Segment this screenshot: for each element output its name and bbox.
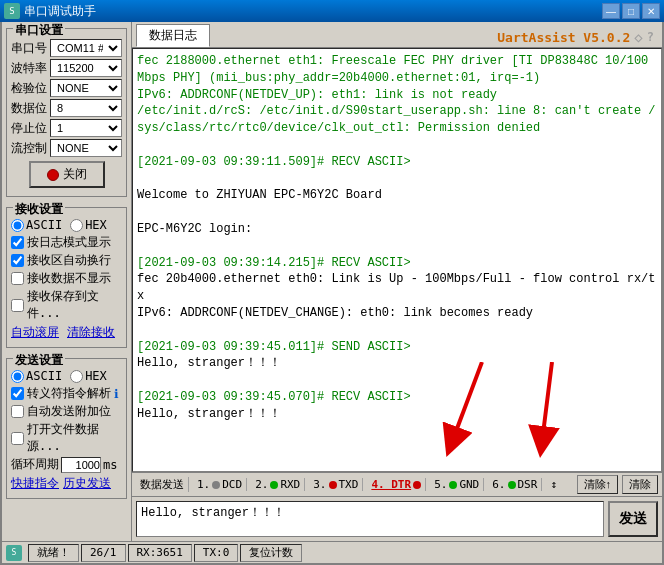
indicator-bar: 数据发送 1. DCD 2. RXD 3. TXD xyxy=(132,472,662,497)
loop-label: 循环周期 xyxy=(11,456,59,473)
loop-interval-input[interactable] xyxy=(61,457,101,473)
port-select[interactable]: COM11 #Si xyxy=(50,39,122,57)
send-format-row: ASCII HEX xyxy=(11,369,122,383)
escape-cmd-checkbox[interactable]: 转义符指令解析 ℹ xyxy=(11,385,122,402)
content-area: 串口设置 串口号 COM11 #Si 波特率 115200 xyxy=(2,22,662,541)
log-container: fec 2188000.ethernet eth1: Freescale FEC… xyxy=(132,48,662,472)
dtr-indicator[interactable]: 4. DTR xyxy=(367,478,426,491)
auto-append-checkbox[interactable]: 自动发送附加位 xyxy=(11,403,122,420)
serial-section-title: 串口设置 xyxy=(13,22,65,39)
close-button[interactable]: ✕ xyxy=(642,3,660,19)
flowctrl-label: 流控制 xyxy=(11,140,47,157)
title-bar: S 串口调试助手 — □ ✕ xyxy=(0,0,664,22)
history-send-link[interactable]: 历史发送 xyxy=(63,475,111,492)
auto-newline-checkbox[interactable]: 接收区自动换行 xyxy=(11,252,122,269)
loop-interval-row: 循环周期 ms xyxy=(11,456,122,473)
shortcut-links-row: 快捷指令 历史发送 xyxy=(11,475,122,492)
send-ascii-option[interactable]: ASCII xyxy=(11,369,62,383)
receive-section-title: 接收设置 xyxy=(13,201,65,218)
gnd-dot xyxy=(449,481,457,489)
send-section-title: 发送设置 xyxy=(13,352,65,369)
stopbits-label: 停止位 xyxy=(11,120,47,137)
log-mode-checkbox[interactable]: 按日志模式显示 xyxy=(11,234,122,251)
status-icon: S xyxy=(6,545,22,561)
port-label: 串口号 xyxy=(11,40,47,57)
parity-row: 检验位 NONE xyxy=(11,79,122,97)
send-data-tab[interactable]: 数据发送 xyxy=(136,477,189,492)
left-panel: 串口设置 串口号 COM11 #Si 波特率 115200 xyxy=(2,22,132,541)
close-port-button[interactable]: 关闭 xyxy=(29,161,105,188)
reset-count[interactable]: 复位计数 xyxy=(240,544,302,562)
rxd-indicator[interactable]: 2. RXD xyxy=(251,478,305,491)
serial-settings-group: 串口设置 串口号 COM11 #Si 波特率 115200 xyxy=(6,28,127,197)
parity-select[interactable]: NONE xyxy=(50,79,122,97)
clear-up-button[interactable]: 清除↑ xyxy=(577,475,619,494)
recv-hex-option[interactable]: HEX xyxy=(70,218,107,232)
right-panel: 数据日志 UartAssist V5.0.2 ◇ ? fec 2188000.e… xyxy=(132,22,662,541)
dcd-indicator[interactable]: 1. DCD xyxy=(193,478,247,491)
send-button[interactable]: 发送 xyxy=(608,501,658,537)
red-indicator xyxy=(47,169,59,181)
databits-label: 数据位 xyxy=(11,100,47,117)
databits-row: 数据位 8 xyxy=(11,99,122,117)
question-icon[interactable]: ? xyxy=(647,30,654,44)
hide-recv-checkbox[interactable]: 接收数据不显示 xyxy=(11,270,122,287)
flowctrl-row: 流控制 NONE xyxy=(11,139,122,157)
receive-format-row: ASCII HEX xyxy=(11,218,122,232)
baud-select[interactable]: 115200 xyxy=(50,59,122,77)
escape-info-icon[interactable]: ℹ xyxy=(114,387,119,401)
send-input[interactable]: Hello, stranger！！！ xyxy=(136,501,604,537)
status-bar: S 就绪！ 26/1 RX:3651 TX:0 复位计数 xyxy=(2,541,662,563)
send-settings-group: 发送设置 ASCII HEX 转义符指令解析 ℹ 自动发 xyxy=(6,358,127,499)
diamond-icon: ◇ xyxy=(634,29,642,45)
tab-bar: 数据日志 UartAssist V5.0.2 ◇ ? xyxy=(132,22,662,48)
clear-button[interactable]: 清除 xyxy=(622,475,658,494)
parity-label: 检验位 xyxy=(11,80,47,97)
main-window: 串口设置 串口号 COM11 #Si 波特率 115200 xyxy=(0,22,664,565)
loop-unit: ms xyxy=(103,458,117,472)
log-area[interactable]: fec 2188000.ethernet eth1: Freescale FEC… xyxy=(132,48,662,472)
port-row: 串口号 COM11 #Si xyxy=(11,39,122,57)
auto-scroll-link[interactable]: 自动滚屏 xyxy=(11,324,59,341)
quick-cmd-link[interactable]: 快捷指令 xyxy=(11,475,59,492)
cursor-position: 26/1 xyxy=(81,544,126,562)
close-port-label: 关闭 xyxy=(63,166,87,183)
gnd-indicator[interactable]: 5. GND xyxy=(430,478,484,491)
version-info: UartAssist V5.0.2 ◇ ? xyxy=(493,27,658,47)
baud-label: 波特率 xyxy=(11,60,47,77)
recv-ascii-option[interactable]: ASCII xyxy=(11,218,62,232)
dsr-dot xyxy=(508,481,516,489)
minimize-button[interactable]: — xyxy=(602,3,620,19)
txd-dot xyxy=(329,481,337,489)
ready-status: 就绪！ xyxy=(28,544,79,562)
flowctrl-select[interactable]: NONE xyxy=(50,139,122,157)
dcd-dot xyxy=(212,481,220,489)
title-bar-buttons: — □ ✕ xyxy=(602,3,660,19)
title-bar-left: S 串口调试助手 xyxy=(4,3,96,20)
dsr-indicator[interactable]: 6. DSR xyxy=(488,478,542,491)
databits-select[interactable]: 8 xyxy=(50,99,122,117)
txd-indicator[interactable]: 3. TXD xyxy=(309,478,363,491)
tab-data-log[interactable]: 数据日志 xyxy=(136,24,210,47)
stopbits-select[interactable]: 1 xyxy=(50,119,122,137)
rx-status: RX:3651 xyxy=(128,544,192,562)
clear-buttons: 清除↑ 清除 xyxy=(577,475,659,494)
stopbits-row: 停止位 1 xyxy=(11,119,122,137)
receive-settings-group: 接收设置 ASCII HEX 按日志模式显示 接收区自动 xyxy=(6,207,127,348)
open-file-checkbox[interactable]: 打开文件数据源... xyxy=(11,421,122,455)
tx-status: TX:0 xyxy=(194,544,239,562)
maximize-button[interactable]: □ xyxy=(622,3,640,19)
baud-row: 波特率 115200 xyxy=(11,59,122,77)
clear-recv-link[interactable]: 清除接收 xyxy=(67,324,115,341)
save-recv-checkbox[interactable]: 接收保存到文件... xyxy=(11,288,122,322)
title-bar-text: 串口调试助手 xyxy=(24,3,96,20)
auto-links-row: 自动滚屏 清除接收 xyxy=(11,324,122,341)
send-hex-option[interactable]: HEX xyxy=(70,369,107,383)
app-icon: S xyxy=(4,3,20,19)
dtr-dot xyxy=(413,481,421,489)
rxd-dot xyxy=(270,481,278,489)
send-area: Hello, stranger！！！ 发送 xyxy=(132,497,662,541)
scroll-indicator[interactable]: ↕ xyxy=(546,478,561,491)
